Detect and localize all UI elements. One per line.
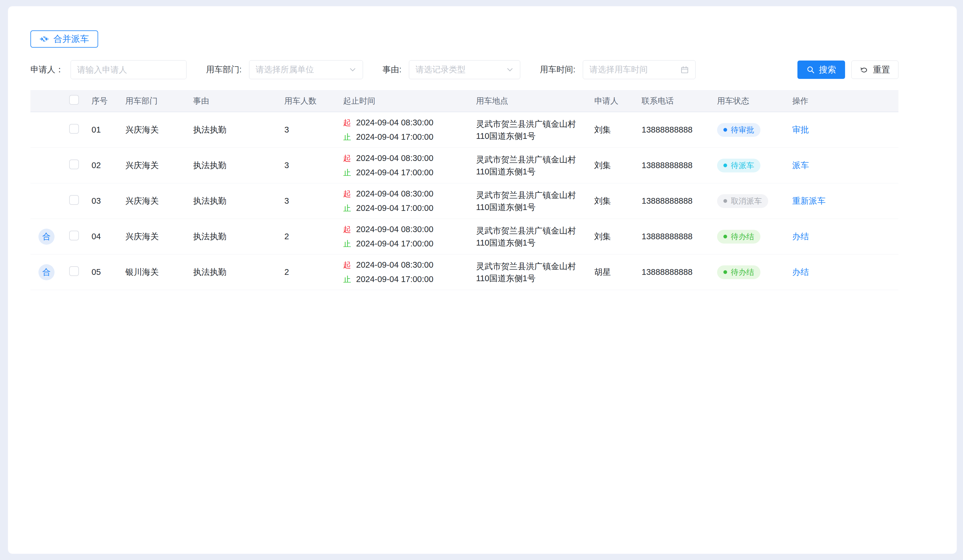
- cell-time-range: 起 2024-09-04 08:30:00 止 2024-09-04 17:00…: [343, 260, 476, 285]
- end-label: 止: [343, 132, 351, 142]
- cell-location: 灵武市贺兰县洪广镇金山村 110国道东侧1号: [476, 225, 594, 249]
- reset-button-label: 重置: [873, 64, 890, 76]
- status-dot-icon: [723, 163, 727, 167]
- location-line-1: 灵武市贺兰县洪广镇金山村: [476, 260, 583, 272]
- start-label: 起: [343, 260, 351, 270]
- calendar-icon: [680, 65, 689, 74]
- status-badge: 待办结: [717, 230, 760, 244]
- cell-location: 灵武市贺兰县洪广镇金山村 110国道东侧1号: [476, 189, 594, 213]
- reason-select[interactable]: 请选记录类型: [409, 60, 520, 79]
- table-row: 02 兴庆海关 执法执勤 3 起 2024-09-04 08:30:00 止 2…: [31, 148, 898, 183]
- cell-reason: 执法执勤: [193, 195, 284, 207]
- cell-index: 05: [92, 267, 125, 277]
- applicant-input[interactable]: [71, 60, 186, 79]
- row-checkbox[interactable]: [69, 160, 79, 169]
- status-dot-icon: [723, 270, 727, 274]
- main-card: 合并派车 申请人： 用车部门: 请选择所属单位 事由: 请选记录类型: [8, 6, 957, 554]
- cell-reason: 执法执勤: [193, 124, 284, 136]
- cell-time-range: 起 2024-09-04 08:30:00 止 2024-09-04 17:00…: [343, 189, 476, 214]
- chevron-down-icon: [349, 66, 357, 73]
- status-label: 待办结: [731, 267, 754, 277]
- location-line-1: 灵武市贺兰县洪广镇金山村: [476, 118, 583, 130]
- row-action-link[interactable]: 派车: [792, 161, 809, 170]
- status-label: 待审批: [731, 125, 754, 135]
- end-time: 2024-09-04 17:00:00: [356, 132, 433, 142]
- cell-index: 04: [92, 232, 125, 241]
- cell-index: 01: [92, 125, 125, 134]
- row-action-link[interactable]: 重新派车: [792, 196, 825, 206]
- end-label: 止: [343, 203, 351, 214]
- end-time: 2024-09-04 17:00:00: [356, 275, 433, 284]
- end-label: 止: [343, 274, 351, 285]
- use-time-placeholder: 请选择用车时间: [589, 64, 648, 76]
- start-label: 起: [343, 118, 351, 128]
- cell-people: 2: [284, 232, 343, 241]
- end-label: 止: [343, 168, 351, 178]
- start-label: 起: [343, 224, 351, 235]
- header-reason: 事由: [193, 95, 284, 107]
- applicant-label: 申请人：: [31, 64, 64, 76]
- row-action-link[interactable]: 办结: [792, 267, 809, 277]
- location-line-1: 灵武市贺兰县洪广镇金山村: [476, 154, 583, 165]
- row-action-link[interactable]: 审批: [792, 125, 809, 134]
- cell-time-range: 起 2024-09-04 08:30:00 止 2024-09-04 17:00…: [343, 224, 476, 249]
- row-checkbox[interactable]: [69, 195, 79, 205]
- cell-phone: 13888888888: [642, 161, 717, 170]
- end-time: 2024-09-04 17:00:00: [356, 168, 433, 177]
- use-time-input[interactable]: 请选择用车时间: [583, 60, 696, 79]
- department-label: 用车部门:: [206, 64, 242, 76]
- cell-people: 3: [284, 125, 343, 134]
- cell-applicant: 胡星: [594, 267, 642, 278]
- location-line-2: 110国道东侧1号: [476, 130, 583, 142]
- start-time: 2024-09-04 08:30:00: [356, 260, 433, 270]
- cell-location: 灵武市贺兰县洪广镇金山村 110国道东侧1号: [476, 154, 594, 178]
- applicant-input-wrap: [71, 60, 186, 79]
- cell-phone: 13888888888: [642, 196, 717, 206]
- cell-people: 3: [284, 161, 343, 170]
- table-body: 01 兴庆海关 执法执勤 3 起 2024-09-04 08:30:00 止 2…: [31, 112, 898, 290]
- start-time: 2024-09-04 08:30:00: [356, 225, 433, 234]
- cell-applicant: 刘集: [594, 195, 642, 207]
- cell-applicant: 刘集: [594, 124, 642, 136]
- reset-button[interactable]: 重置: [851, 60, 898, 79]
- status-badge: 待审批: [717, 123, 760, 137]
- status-dot-icon: [723, 199, 727, 203]
- row-checkbox[interactable]: [69, 231, 79, 240]
- cell-reason: 执法执勤: [193, 160, 284, 171]
- location-line-2: 110国道东侧1号: [476, 237, 583, 249]
- row-action-link[interactable]: 办结: [792, 232, 809, 241]
- end-label: 止: [343, 239, 351, 249]
- status-label: 待派车: [731, 160, 754, 171]
- department-select[interactable]: 请选择所属单位: [249, 60, 363, 79]
- reason-select-placeholder: 请选记录类型: [415, 64, 465, 76]
- start-time: 2024-09-04 08:30:00: [356, 189, 433, 199]
- merge-dispatch-label: 合并派车: [54, 33, 89, 45]
- header-phone: 联系电话: [642, 95, 717, 107]
- location-line-1: 灵武市贺兰县洪广镇金山村: [476, 189, 583, 201]
- start-label: 起: [343, 189, 351, 199]
- search-button[interactable]: 搜索: [798, 60, 845, 79]
- start-label: 起: [343, 153, 351, 163]
- merge-dispatch-button[interactable]: 合并派车: [31, 31, 98, 48]
- location-line-2: 110国道东侧1号: [476, 165, 583, 178]
- location-line-1: 灵武市贺兰县洪广镇金山村: [476, 225, 583, 237]
- header-location: 用车地点: [476, 95, 594, 107]
- department-select-placeholder: 请选择所属单位: [256, 64, 314, 76]
- cell-phone: 13888888888: [642, 125, 717, 134]
- row-checkbox[interactable]: [69, 124, 79, 134]
- status-badge: 待派车: [717, 159, 760, 172]
- status-badge: 取消派车: [717, 194, 768, 208]
- cell-index: 02: [92, 161, 125, 170]
- status-label: 待办结: [731, 231, 754, 242]
- merge-badge: 合: [39, 264, 55, 280]
- select-all-checkbox[interactable]: [69, 95, 79, 105]
- cell-department: 兴庆海关: [125, 160, 193, 171]
- cell-department: 兴庆海关: [125, 124, 193, 136]
- reason-label: 事由:: [383, 64, 402, 76]
- reset-icon: [860, 65, 869, 74]
- dispatch-table: 序号 用车部门 事由 用车人数 起止时间 用车地点 申请人 联系电话 用车状态 …: [31, 90, 898, 290]
- table-row: 03 兴庆海关 执法执勤 3 起 2024-09-04 08:30:00 止 2…: [31, 183, 898, 219]
- start-time: 2024-09-04 08:30:00: [356, 154, 433, 163]
- cell-applicant: 刘集: [594, 160, 642, 171]
- row-checkbox[interactable]: [69, 266, 79, 276]
